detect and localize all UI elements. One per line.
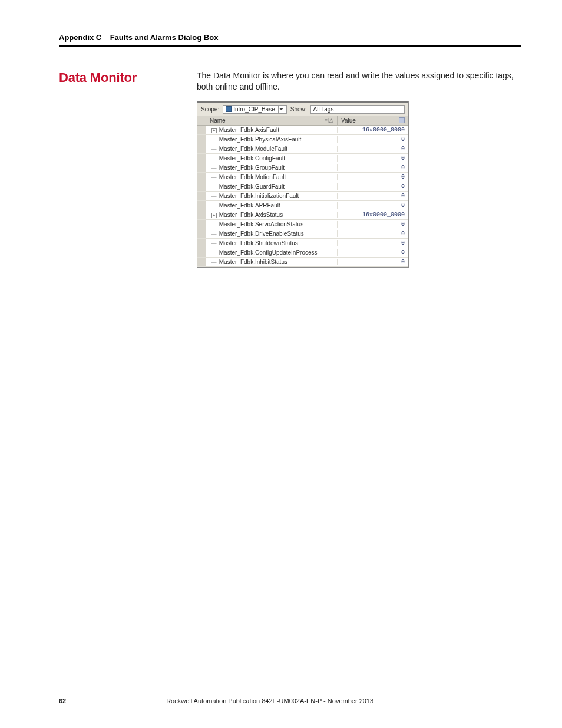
row-gutter xyxy=(197,229,206,238)
tag-value-cell[interactable]: 0 xyxy=(338,193,408,199)
tag-name: Master_Fdbk.ShutdownStatus xyxy=(217,240,298,246)
tag-name-cell[interactable]: — Master_Fdbk.PhysicalAxisFault xyxy=(206,136,338,143)
table-row[interactable]: — Master_Fdbk.ConfigFault0 xyxy=(197,154,408,163)
tag-value-cell[interactable]: 16#0000_0000 xyxy=(338,127,408,133)
show-value: All Tags xyxy=(313,106,334,113)
table-row[interactable]: — Master_Fdbk.ServoActionStatus0 xyxy=(197,220,408,229)
tag-value-cell[interactable]: 0 xyxy=(338,230,408,237)
data-monitor-grid: Scope: Intro_CIP_Base Show: All Tags xyxy=(197,101,409,268)
tag-value-cell[interactable]: 0 xyxy=(338,164,408,171)
tree-line-icon: — xyxy=(210,165,217,171)
tag-value-cell[interactable]: 0 xyxy=(338,202,408,209)
table-row[interactable]: — Master_Fdbk.PhysicalAxisFault0 xyxy=(197,135,408,144)
tag-value-cell[interactable]: 0 xyxy=(338,240,408,246)
tag-name-cell[interactable]: — Master_Fdbk.GroupFault xyxy=(206,164,338,171)
tree-line-icon: — xyxy=(210,203,217,209)
expand-toggle[interactable]: + xyxy=(210,213,217,218)
value-header-button-icon xyxy=(399,117,405,123)
row-gutter xyxy=(197,248,206,257)
row-gutter xyxy=(197,258,206,266)
grid-header-row: Name ≡|△ Value xyxy=(197,116,408,126)
expand-toggle[interactable]: + xyxy=(210,128,217,133)
row-gutter xyxy=(197,182,206,191)
table-row[interactable]: — Master_Fdbk.GroupFault0 xyxy=(197,163,408,173)
plus-icon: + xyxy=(211,213,217,218)
row-gutter xyxy=(197,239,206,248)
row-gutter-header xyxy=(197,116,206,125)
table-row[interactable]: + Master_Fdbk.AxisStatus16#0000_0000 xyxy=(197,210,408,220)
tag-name: Master_Fdbk.AxisFault xyxy=(217,127,279,133)
tag-name-cell[interactable]: — Master_Fdbk.ShutdownStatus xyxy=(206,240,338,246)
tag-name-cell[interactable]: — Master_Fdbk.ConfigFault xyxy=(206,155,338,162)
tag-name: Master_Fdbk.AxisStatus xyxy=(217,212,283,218)
tree-line-icon: — xyxy=(210,241,217,246)
appendix-header: Appendix C Faults and Alarms Dialog Box xyxy=(59,33,521,42)
row-gutter xyxy=(197,220,206,229)
tag-name-cell[interactable]: — Master_Fdbk.APRFault xyxy=(206,202,338,209)
tag-name: Master_Fdbk.DriveEnableStatus xyxy=(217,230,304,237)
chevron-down-icon xyxy=(278,106,284,113)
tag-name: Master_Fdbk.ModuleFault xyxy=(217,146,287,152)
tag-value-cell[interactable]: 0 xyxy=(338,155,408,162)
row-gutter xyxy=(197,163,206,172)
tag-name: Master_Fdbk.GuardFault xyxy=(217,183,285,190)
name-column-header[interactable]: Name ≡|△ xyxy=(206,116,338,125)
tag-name-cell[interactable]: + Master_Fdbk.AxisStatus xyxy=(206,212,338,219)
table-row[interactable]: — Master_Fdbk.APRFault0 xyxy=(197,201,408,210)
sort-indicator-icon: ≡|△ xyxy=(324,117,333,123)
tag-name: Master_Fdbk.ServoActionStatus xyxy=(217,221,303,228)
table-row[interactable]: + Master_Fdbk.AxisFault16#0000_0000 xyxy=(197,126,408,135)
plus-icon: + xyxy=(211,128,217,133)
table-row[interactable]: — Master_Fdbk.DriveEnableStatus0 xyxy=(197,229,408,239)
grid-rows: + Master_Fdbk.AxisFault16#0000_0000— Mas… xyxy=(197,126,408,267)
show-label: Show: xyxy=(290,106,307,113)
tag-name-cell[interactable]: — Master_Fdbk.ConfigUpdateInProcess xyxy=(206,249,338,256)
tag-name-cell[interactable]: — Master_Fdbk.ModuleFault xyxy=(206,146,338,152)
tree-line-icon: — xyxy=(210,222,217,228)
tag-value-cell[interactable]: 16#0000_0000 xyxy=(338,212,408,218)
tag-name: Master_Fdbk.ConfigFault xyxy=(217,155,285,162)
page-footer: 62 Rockwell Automation Publication 842E-… xyxy=(59,697,521,704)
tag-value-cell[interactable]: 0 xyxy=(338,136,408,143)
table-row[interactable]: — Master_Fdbk.ShutdownStatus0 xyxy=(197,239,408,248)
tag-value-cell[interactable]: 0 xyxy=(338,249,408,256)
tag-name-cell[interactable]: — Master_Fdbk.GuardFault xyxy=(206,183,338,190)
tree-line-icon: — xyxy=(210,259,217,265)
table-row[interactable]: — Master_Fdbk.MotionFault0 xyxy=(197,173,408,182)
tag-value-cell[interactable]: 0 xyxy=(338,146,408,152)
row-gutter xyxy=(197,192,206,200)
scope-value: Intro_CIP_Base xyxy=(233,106,275,113)
name-header-text: Name xyxy=(210,117,226,124)
tag-value-cell[interactable]: 0 xyxy=(338,183,408,190)
header-rule xyxy=(59,45,521,47)
tag-name-cell[interactable]: — Master_Fdbk.InitializationFault xyxy=(206,193,338,199)
tag-name: Master_Fdbk.ConfigUpdateInProcess xyxy=(217,249,318,256)
tag-value-cell[interactable]: 0 xyxy=(338,174,408,180)
table-row[interactable]: — Master_Fdbk.InhibitStatus0 xyxy=(197,258,408,267)
tag-name: Master_Fdbk.APRFault xyxy=(217,202,280,209)
scope-dropdown[interactable]: Intro_CIP_Base xyxy=(223,105,287,114)
tag-name-cell[interactable]: — Master_Fdbk.DriveEnableStatus xyxy=(206,230,338,237)
tree-line-icon: — xyxy=(210,137,217,143)
table-row[interactable]: — Master_Fdbk.ModuleFault0 xyxy=(197,144,408,154)
tag-name-cell[interactable]: — Master_Fdbk.ServoActionStatus xyxy=(206,221,338,228)
tag-name-cell[interactable]: + Master_Fdbk.AxisFault xyxy=(206,127,338,134)
tag-name: Master_Fdbk.InhibitStatus xyxy=(217,259,287,265)
tag-name: Master_Fdbk.InitializationFault xyxy=(217,193,299,199)
table-row[interactable]: — Master_Fdbk.ConfigUpdateInProcess0 xyxy=(197,248,408,258)
scope-label: Scope: xyxy=(201,106,219,113)
tree-line-icon: — xyxy=(210,146,217,152)
row-gutter xyxy=(197,135,206,144)
table-row[interactable]: — Master_Fdbk.InitializationFault0 xyxy=(197,192,408,201)
tag-value-cell[interactable]: 0 xyxy=(338,221,408,228)
show-filter-field[interactable]: All Tags xyxy=(310,105,405,114)
tag-name-cell[interactable]: — Master_Fdbk.MotionFault xyxy=(206,174,338,180)
table-row[interactable]: — Master_Fdbk.GuardFault0 xyxy=(197,182,408,192)
row-gutter xyxy=(197,210,206,219)
tree-line-icon: — xyxy=(210,184,217,190)
tag-name-cell[interactable]: — Master_Fdbk.InhibitStatus xyxy=(206,259,338,265)
intro-paragraph: The Data Monitor is where you can read a… xyxy=(197,70,521,93)
tag-value-cell[interactable]: 0 xyxy=(338,259,408,265)
tree-line-icon: — xyxy=(210,231,217,237)
value-column-header[interactable]: Value xyxy=(338,116,408,125)
